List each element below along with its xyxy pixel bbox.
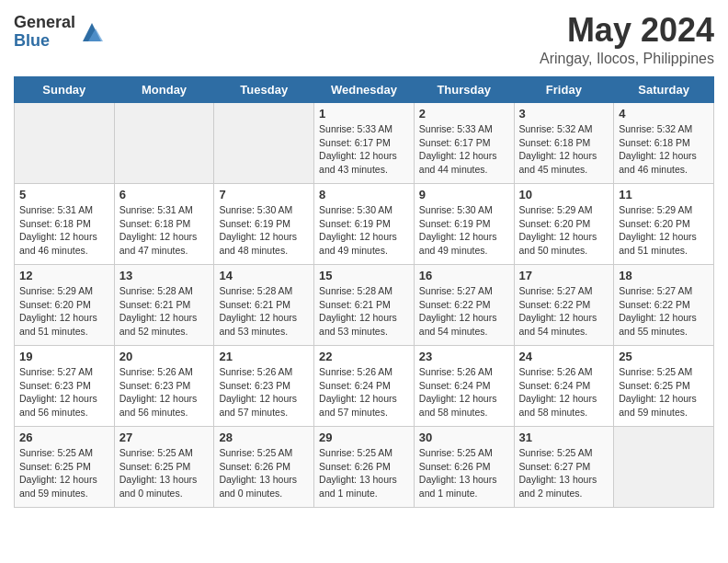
day-number: 31 <box>519 431 609 444</box>
day-info: Sunrise: 5:29 AM Sunset: 6:20 PM Dayligh… <box>519 203 609 258</box>
calendar-cell: 17Sunrise: 5:27 AM Sunset: 6:22 PM Dayli… <box>514 265 614 346</box>
day-info: Sunrise: 5:27 AM Sunset: 6:22 PM Dayligh… <box>519 284 609 339</box>
day-info: Sunrise: 5:28 AM Sunset: 6:21 PM Dayligh… <box>219 284 309 339</box>
calendar-week-2: 5Sunrise: 5:31 AM Sunset: 6:18 PM Daylig… <box>15 184 714 265</box>
calendar-cell: 12Sunrise: 5:29 AM Sunset: 6:20 PM Dayli… <box>15 265 115 346</box>
logo-text: General Blue <box>14 14 75 51</box>
calendar-cell: 7Sunrise: 5:30 AM Sunset: 6:19 PM Daylig… <box>214 184 314 265</box>
day-number: 22 <box>319 350 409 363</box>
calendar-cell: 13Sunrise: 5:28 AM Sunset: 6:21 PM Dayli… <box>114 265 214 346</box>
page-header: General Blue May 2024 Aringay, Ilocos, P… <box>14 14 714 67</box>
logo-general: General <box>14 14 75 32</box>
day-number: 6 <box>119 188 210 201</box>
calendar-cell: 20Sunrise: 5:26 AM Sunset: 6:23 PM Dayli… <box>114 346 214 427</box>
day-number: 15 <box>319 269 409 282</box>
day-number: 24 <box>519 350 609 363</box>
day-number: 30 <box>419 431 509 444</box>
calendar-cell <box>614 427 714 508</box>
day-info: Sunrise: 5:25 AM Sunset: 6:26 PM Dayligh… <box>219 446 309 500</box>
weekday-header-thursday: Thursday <box>414 77 514 103</box>
day-info: Sunrise: 5:32 AM Sunset: 6:18 PM Dayligh… <box>519 122 609 177</box>
calendar-cell: 24Sunrise: 5:26 AM Sunset: 6:24 PM Dayli… <box>514 346 614 427</box>
logo: General Blue <box>14 14 105 51</box>
day-info: Sunrise: 5:29 AM Sunset: 6:20 PM Dayligh… <box>619 203 709 258</box>
day-number: 13 <box>119 269 210 282</box>
day-info: Sunrise: 5:25 AM Sunset: 6:25 PM Dayligh… <box>119 446 210 500</box>
title-block: May 2024 Aringay, Ilocos, Philippines <box>540 14 714 67</box>
logo-icon <box>79 19 105 45</box>
day-info: Sunrise: 5:25 AM Sunset: 6:26 PM Dayligh… <box>419 446 509 500</box>
day-info: Sunrise: 5:30 AM Sunset: 6:19 PM Dayligh… <box>319 203 409 258</box>
day-number: 11 <box>619 188 709 201</box>
day-info: Sunrise: 5:33 AM Sunset: 6:17 PM Dayligh… <box>419 122 509 177</box>
calendar-cell: 19Sunrise: 5:27 AM Sunset: 6:23 PM Dayli… <box>15 346 115 427</box>
logo-blue: Blue <box>14 32 75 51</box>
day-info: Sunrise: 5:31 AM Sunset: 6:18 PM Dayligh… <box>19 203 109 258</box>
day-number: 21 <box>219 350 309 363</box>
day-info: Sunrise: 5:28 AM Sunset: 6:21 PM Dayligh… <box>119 284 210 339</box>
calendar-cell: 4Sunrise: 5:32 AM Sunset: 6:18 PM Daylig… <box>614 103 714 184</box>
day-number: 4 <box>619 107 709 121</box>
calendar-cell <box>114 103 214 184</box>
day-info: Sunrise: 5:27 AM Sunset: 6:22 PM Dayligh… <box>619 284 709 339</box>
day-number: 19 <box>19 350 109 363</box>
day-number: 9 <box>419 188 509 201</box>
calendar-cell: 9Sunrise: 5:30 AM Sunset: 6:19 PM Daylig… <box>414 184 514 265</box>
calendar-table: SundayMondayTuesdayWednesdayThursdayFrid… <box>14 76 714 508</box>
calendar-week-1: 1Sunrise: 5:33 AM Sunset: 6:17 PM Daylig… <box>15 103 714 184</box>
day-number: 23 <box>419 350 509 363</box>
day-info: Sunrise: 5:25 AM Sunset: 6:25 PM Dayligh… <box>19 446 109 500</box>
calendar-cell: 30Sunrise: 5:25 AM Sunset: 6:26 PM Dayli… <box>414 427 514 508</box>
calendar-cell: 28Sunrise: 5:25 AM Sunset: 6:26 PM Dayli… <box>214 427 314 508</box>
calendar-cell: 11Sunrise: 5:29 AM Sunset: 6:20 PM Dayli… <box>614 184 714 265</box>
day-number: 3 <box>519 107 609 121</box>
day-info: Sunrise: 5:26 AM Sunset: 6:24 PM Dayligh… <box>519 365 609 419</box>
day-number: 20 <box>119 350 210 363</box>
calendar-cell: 18Sunrise: 5:27 AM Sunset: 6:22 PM Dayli… <box>614 265 714 346</box>
day-info: Sunrise: 5:29 AM Sunset: 6:20 PM Dayligh… <box>19 284 109 339</box>
day-number: 27 <box>119 431 210 444</box>
day-info: Sunrise: 5:27 AM Sunset: 6:23 PM Dayligh… <box>19 365 109 419</box>
weekday-header-monday: Monday <box>114 77 214 103</box>
day-info: Sunrise: 5:26 AM Sunset: 6:24 PM Dayligh… <box>319 365 409 419</box>
calendar-cell: 2Sunrise: 5:33 AM Sunset: 6:17 PM Daylig… <box>414 103 514 184</box>
day-number: 18 <box>619 269 709 282</box>
weekday-header-saturday: Saturday <box>614 77 714 103</box>
calendar-cell: 21Sunrise: 5:26 AM Sunset: 6:23 PM Dayli… <box>214 346 314 427</box>
day-number: 12 <box>19 269 109 282</box>
day-number: 26 <box>19 431 109 444</box>
calendar-week-4: 19Sunrise: 5:27 AM Sunset: 6:23 PM Dayli… <box>15 346 714 427</box>
calendar-cell: 31Sunrise: 5:25 AM Sunset: 6:27 PM Dayli… <box>514 427 614 508</box>
day-number: 17 <box>519 269 609 282</box>
calendar-cell <box>214 103 314 184</box>
calendar-cell: 1Sunrise: 5:33 AM Sunset: 6:17 PM Daylig… <box>314 103 415 184</box>
calendar-cell: 25Sunrise: 5:25 AM Sunset: 6:25 PM Dayli… <box>614 346 714 427</box>
calendar-cell: 10Sunrise: 5:29 AM Sunset: 6:20 PM Dayli… <box>514 184 614 265</box>
day-number: 2 <box>419 107 509 121</box>
location-subtitle: Aringay, Ilocos, Philippines <box>540 51 714 67</box>
day-info: Sunrise: 5:27 AM Sunset: 6:22 PM Dayligh… <box>419 284 509 339</box>
calendar-cell: 26Sunrise: 5:25 AM Sunset: 6:25 PM Dayli… <box>15 427 115 508</box>
calendar-body: 1Sunrise: 5:33 AM Sunset: 6:17 PM Daylig… <box>15 103 714 508</box>
weekday-header-tuesday: Tuesday <box>214 77 314 103</box>
weekday-header-sunday: Sunday <box>15 77 115 103</box>
calendar-cell: 27Sunrise: 5:25 AM Sunset: 6:25 PM Dayli… <box>114 427 214 508</box>
day-info: Sunrise: 5:25 AM Sunset: 6:27 PM Dayligh… <box>519 446 609 500</box>
day-number: 10 <box>519 188 609 201</box>
day-number: 8 <box>319 188 409 201</box>
calendar-cell: 22Sunrise: 5:26 AM Sunset: 6:24 PM Dayli… <box>314 346 415 427</box>
calendar-cell: 3Sunrise: 5:32 AM Sunset: 6:18 PM Daylig… <box>514 103 614 184</box>
day-info: Sunrise: 5:30 AM Sunset: 6:19 PM Dayligh… <box>219 203 309 258</box>
weekday-header-friday: Friday <box>514 77 614 103</box>
calendar-cell <box>15 103 115 184</box>
day-info: Sunrise: 5:26 AM Sunset: 6:24 PM Dayligh… <box>419 365 509 419</box>
day-number: 29 <box>319 431 409 444</box>
day-info: Sunrise: 5:30 AM Sunset: 6:19 PM Dayligh… <box>419 203 509 258</box>
calendar-cell: 8Sunrise: 5:30 AM Sunset: 6:19 PM Daylig… <box>314 184 415 265</box>
day-info: Sunrise: 5:26 AM Sunset: 6:23 PM Dayligh… <box>119 365 210 419</box>
day-number: 5 <box>19 188 109 201</box>
day-number: 7 <box>219 188 309 201</box>
day-info: Sunrise: 5:32 AM Sunset: 6:18 PM Dayligh… <box>619 122 709 177</box>
day-info: Sunrise: 5:25 AM Sunset: 6:26 PM Dayligh… <box>319 446 409 500</box>
weekday-header-row: SundayMondayTuesdayWednesdayThursdayFrid… <box>15 77 714 103</box>
